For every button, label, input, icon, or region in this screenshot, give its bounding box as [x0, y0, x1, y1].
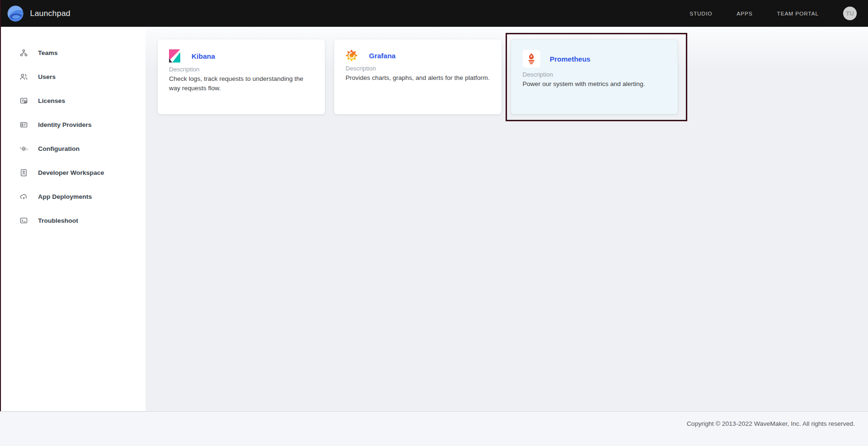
footer: Copyright © 2013-2022 WaveMaker, Inc. Al… [0, 411, 868, 446]
card-description-label: Description [169, 66, 314, 73]
sidebar-item-label: Developer Workspace [38, 169, 104, 176]
app-card-kibana[interactable]: Kibana Description Check logs, track req… [158, 39, 325, 114]
sidebar-item-licenses[interactable]: Licenses [0, 89, 146, 113]
card-title: Kibana [192, 52, 215, 60]
sidebar-item-label: Licenses [38, 97, 65, 104]
app-card-grafana[interactable]: Grafana Description Provides charts, gra… [334, 39, 501, 114]
sidebar-item-label: Identity Providers [38, 121, 92, 128]
user-avatar[interactable]: TU [843, 7, 857, 20]
grafana-logo-icon [346, 49, 358, 62]
sidebar-item-configuration[interactable]: Configuration [0, 137, 146, 161]
main-content: Kibana Description Check logs, track req… [146, 27, 868, 411]
kibana-logo-icon [169, 49, 180, 63]
sidebar: Teams Users Licenses [0, 27, 146, 411]
sidebar-item-label: Troubleshoot [38, 217, 78, 224]
licenses-icon [20, 97, 28, 105]
teams-icon [20, 49, 28, 57]
card-description-label: Description [522, 71, 666, 78]
prometheus-logo-tile [522, 50, 540, 68]
copyright-text: Copyright © 2013-2022 WaveMaker, Inc. Al… [687, 420, 855, 427]
sidebar-item-troubleshoot[interactable]: Troubleshoot [0, 209, 146, 233]
sidebar-item-label: Configuration [38, 145, 79, 152]
nav-studio[interactable]: STUDIO [690, 11, 712, 16]
users-icon [20, 73, 28, 81]
sidebar-item-label: App Deployments [38, 193, 92, 200]
card-title: Prometheus [550, 55, 591, 63]
nav-apps[interactable]: APPS [737, 11, 753, 16]
app-deployments-icon [20, 193, 28, 201]
card-description: Power our system with metrics and alerti… [522, 79, 666, 89]
app-title: Launchpad [30, 9, 70, 18]
card-title: Grafana [369, 52, 396, 60]
sidebar-item-teams[interactable]: Teams [0, 41, 146, 65]
sidebar-item-label: Teams [38, 49, 58, 56]
sidebar-item-users[interactable]: Users [0, 65, 146, 89]
app-card-prometheus[interactable]: Prometheus Description Power our system … [511, 39, 678, 114]
top-header: Launchpad STUDIO APPS TEAM PORTAL TU [0, 0, 868, 27]
troubleshoot-icon [20, 217, 28, 225]
configuration-icon [20, 145, 28, 153]
sidebar-item-identity-providers[interactable]: Identity Providers [0, 113, 146, 137]
wavemaker-logo-icon [8, 6, 23, 22]
developer-workspace-icon [20, 169, 28, 177]
nav-team-portal[interactable]: TEAM PORTAL [777, 11, 819, 16]
card-description-label: Description [346, 65, 490, 72]
card-description: Check logs, track requests to understand… [169, 74, 314, 93]
sidebar-item-app-deployments[interactable]: App Deployments [0, 185, 146, 209]
identity-providers-icon [20, 121, 28, 129]
prometheus-logo-icon [526, 53, 537, 65]
sidebar-item-label: Users [38, 73, 56, 80]
card-description: Provides charts, graphs, and alerts for … [346, 73, 490, 83]
sidebar-item-developer-workspace[interactable]: Developer Workspace [0, 161, 146, 185]
window-left-edge [0, 0, 1, 411]
